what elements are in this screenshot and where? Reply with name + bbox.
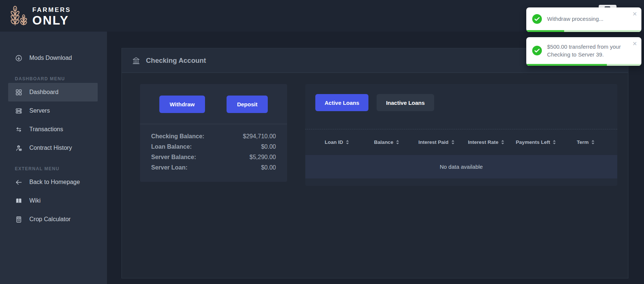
balance-rows: Checking Balance: $294,710.00 Loan Balan…: [140, 124, 287, 173]
sidebar-item-label: Transactions: [29, 126, 63, 133]
calculator-icon: [15, 216, 23, 223]
sidebar-item-label: Crop Calculator: [29, 216, 71, 223]
balance-value: $294,710.00: [243, 133, 276, 140]
sort-icon: [346, 140, 349, 145]
bank-icon: [132, 56, 140, 65]
balance-row-loan: Loan Balance: $0.00: [151, 142, 276, 152]
balance-label: Loan Balance:: [151, 143, 192, 150]
loans-card: Active Loans Inactive Loans Loan ID Bala…: [305, 84, 617, 186]
sort-icon: [451, 140, 455, 145]
deposit-button[interactable]: Deposit: [227, 96, 268, 113]
balance-label: Checking Balance:: [151, 133, 204, 140]
empty-table-message: No data available: [305, 155, 617, 178]
toast-progress-fill: [526, 64, 607, 66]
brand-name-line2: ONLY: [32, 14, 71, 26]
column-label: Term: [577, 139, 589, 145]
balance-actions: Withdraw Deposit: [140, 84, 287, 113]
contractor-icon: [15, 144, 23, 152]
withdraw-button[interactable]: Withdraw: [159, 96, 205, 113]
checking-account-panel: Checking Account Withdraw Deposit Checki…: [121, 48, 628, 278]
toast-body: Withdraw processing...: [526, 7, 641, 30]
column-label: Balance: [374, 139, 393, 145]
sidebar-item-label: Servers: [29, 107, 50, 114]
dashboard-grid-icon: [15, 88, 23, 96]
panel-title: Checking Account: [146, 57, 206, 65]
close-icon[interactable]: ×: [631, 38, 638, 49]
sidebar-item-contract-history[interactable]: Contract History: [0, 139, 107, 157]
column-label: Interest Rate: [468, 139, 498, 145]
sidebar-item-wiki[interactable]: Wiki: [0, 191, 107, 210]
sidebar-item-label: Back to Homepage: [29, 179, 80, 185]
transfer-arrows-icon: [15, 126, 23, 133]
servers-icon: [15, 107, 23, 115]
loans-tabs: Active Loans Inactive Loans: [305, 84, 617, 111]
check-circle-icon: [532, 14, 542, 24]
loans-table-header: Loan ID Balance Interest Paid Interest R…: [305, 129, 617, 155]
column-header-interest-rate[interactable]: Interest Rate: [461, 139, 511, 145]
sidebar-item-label: Wiki: [29, 197, 40, 204]
balance-row-server-loan: Server Loan: $0.00: [151, 162, 276, 173]
sidebar-item-mods-download[interactable]: Mods Download: [0, 49, 107, 67]
sidebar-section-external-menu: EXTERNAL MENU: [15, 166, 107, 171]
column-label: Loan ID: [325, 139, 343, 145]
balance-value: $0.00: [261, 143, 276, 150]
brand-name-line1: FARMERS: [32, 7, 71, 13]
sidebar-item-transactions[interactable]: Transactions: [0, 120, 107, 139]
sidebar-item-dashboard[interactable]: Dashboard: [8, 83, 98, 101]
toast-message: Withdraw processing...: [547, 15, 604, 23]
sidebar-section-dashboard-menu: DASHBOARD MENU: [15, 76, 107, 81]
sidebar-item-label: Contract History: [29, 145, 72, 151]
sidebar-item-back-to-homepage[interactable]: Back to Homepage: [0, 173, 107, 191]
tab-active-loans[interactable]: Active Loans: [315, 94, 368, 111]
toast-withdraw-processing: × Withdraw processing...: [526, 7, 641, 32]
balance-label: Server Balance:: [151, 154, 196, 161]
brand-name: FARMERS ONLY: [32, 5, 71, 26]
toast-body: $500.00 transferred from your Checking t…: [526, 37, 641, 64]
sidebar-item-servers[interactable]: Servers: [0, 101, 107, 120]
sidebar-item-crop-calculator[interactable]: Crop Calculator: [0, 210, 107, 229]
toast-progress-track: [526, 30, 641, 32]
toast-transfer-complete: × $500.00 transferred from your Checking…: [526, 37, 641, 66]
column-header-term[interactable]: Term: [561, 139, 611, 145]
sidebar-item-label: Dashboard: [29, 89, 58, 96]
brand-logo[interactable]: FARMERS ONLY: [10, 5, 71, 26]
sidebar-item-label: Mods Download: [29, 55, 72, 61]
column-header-loan-id[interactable]: Loan ID: [312, 139, 362, 145]
back-arrow-icon: [15, 178, 23, 186]
download-circle-icon: [15, 54, 23, 62]
check-circle-icon: [532, 46, 542, 55]
balance-card: Withdraw Deposit Checking Balance: $294,…: [140, 84, 287, 182]
loans-table: Loan ID Balance Interest Paid Interest R…: [305, 129, 617, 178]
tab-inactive-loans[interactable]: Inactive Loans: [377, 94, 434, 111]
toast-progress-fill: [526, 30, 564, 32]
column-header-balance[interactable]: Balance: [362, 139, 412, 145]
sort-icon: [553, 140, 556, 145]
sort-icon: [501, 140, 504, 145]
sort-icon: [591, 140, 595, 145]
balance-value: $0.00: [261, 164, 276, 171]
balance-row-checking: Checking Balance: $294,710.00: [151, 131, 276, 142]
balance-value: $5,290.00: [250, 154, 276, 161]
wheat-icon: [10, 5, 27, 26]
book-icon: [15, 197, 23, 205]
column-label: Payments Left: [516, 139, 550, 145]
sidebar: Mods Download DASHBOARD MENU Dashboard S…: [0, 32, 107, 284]
close-icon[interactable]: ×: [631, 8, 638, 20]
toast-message: $500.00 transferred from your Checking t…: [547, 43, 627, 58]
balance-label: Server Loan:: [151, 164, 188, 171]
column-label: Interest Paid: [418, 139, 448, 145]
sort-icon: [396, 140, 399, 145]
balance-row-server-balance: Server Balance: $5,290.00: [151, 152, 276, 162]
column-header-payments-left[interactable]: Payments Left: [511, 139, 561, 145]
column-header-interest-paid[interactable]: Interest Paid: [412, 139, 461, 145]
toast-progress-track: [526, 64, 641, 66]
